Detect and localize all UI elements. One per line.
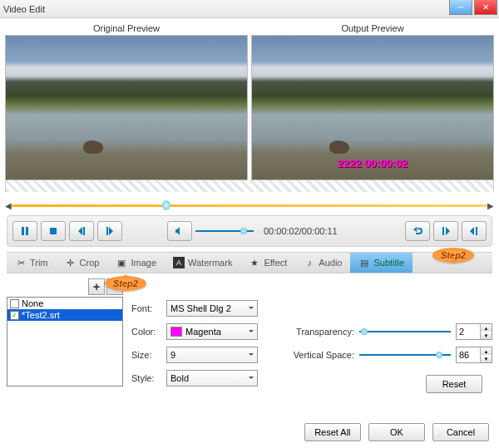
transparency-slider[interactable] bbox=[359, 327, 451, 336]
list-item[interactable]: None bbox=[7, 298, 122, 309]
original-preview-label: Original Preview bbox=[5, 22, 248, 35]
window-title: Video Edit bbox=[3, 4, 45, 14]
volume-slider[interactable] bbox=[195, 228, 254, 234]
svg-rect-1 bbox=[26, 227, 28, 235]
subtitle-list[interactable]: None ✓*Test2.srt bbox=[7, 297, 123, 386]
color-swatch bbox=[170, 327, 182, 337]
checkbox[interactable] bbox=[10, 299, 19, 308]
scissors-icon: ✂ bbox=[15, 257, 27, 268]
transparency-input[interactable]: 2▲▼ bbox=[456, 323, 492, 340]
font-dropdown[interactable]: MS Shell Dlg 2 bbox=[166, 300, 258, 317]
svg-rect-2 bbox=[50, 228, 57, 234]
style-dropdown[interactable]: Bold bbox=[166, 370, 258, 386]
timeline-end-icon: ▶ bbox=[487, 201, 494, 210]
star-icon: ★ bbox=[249, 257, 260, 268]
font-label: Font: bbox=[131, 303, 161, 313]
ok-button[interactable]: OK bbox=[368, 423, 425, 441]
reset-button[interactable]: Reset bbox=[426, 375, 482, 393]
stepper-up-icon[interactable]: ▲ bbox=[481, 324, 492, 332]
tab-watermark[interactable]: AWatermark bbox=[165, 253, 240, 273]
size-label: Size: bbox=[131, 350, 161, 360]
list-item[interactable]: ✓*Test2.srt bbox=[7, 309, 122, 321]
tab-image[interactable]: ▣Image bbox=[107, 253, 165, 273]
title-bar: Video Edit ─ ✕ bbox=[0, 0, 499, 18]
subtitle-overlay: 2222 00:00:02 bbox=[252, 157, 493, 170]
image-icon: ▣ bbox=[116, 257, 127, 268]
close-button[interactable]: ✕ bbox=[474, 0, 497, 15]
tab-trim[interactable]: ✂Trim bbox=[7, 253, 57, 273]
transparency-label: Transparency: bbox=[283, 327, 354, 337]
minimize-button[interactable]: ─ bbox=[449, 0, 472, 15]
tab-audio[interactable]: ♪Audio bbox=[295, 253, 350, 273]
tab-subtitle[interactable]: ▤Subtitle bbox=[350, 253, 413, 273]
playhead[interactable] bbox=[162, 200, 170, 210]
stepper-down-icon[interactable]: ▼ bbox=[481, 332, 492, 339]
tab-bar: ✂Trim ✛Crop ▣Image AWatermark ★Effect ♪A… bbox=[7, 252, 492, 273]
color-dropdown[interactable]: Magenta bbox=[166, 323, 258, 340]
tab-effect[interactable]: ★Effect bbox=[240, 253, 295, 273]
timeline-start-icon: ◀ bbox=[5, 201, 12, 210]
crop-icon: ✛ bbox=[65, 257, 77, 268]
tab-crop[interactable]: ✛Crop bbox=[57, 253, 108, 273]
color-label: Color: bbox=[131, 327, 161, 337]
mark-in-button[interactable] bbox=[433, 221, 458, 241]
stop-button[interactable] bbox=[41, 221, 66, 241]
callout-step2-crop: Step2 bbox=[105, 276, 146, 291]
filmstrip bbox=[5, 180, 494, 192]
checkbox[interactable]: ✓ bbox=[10, 311, 19, 320]
playback-controls: 00:00:02/00:00:11 bbox=[7, 215, 492, 247]
callout-step2-subtitle: Step2 bbox=[432, 248, 474, 263]
subtitle-icon: ▤ bbox=[358, 257, 370, 268]
reset-all-button[interactable]: Reset All bbox=[304, 423, 361, 441]
next-frame-button[interactable] bbox=[97, 221, 122, 241]
output-preview: 2222 00:00:02 bbox=[251, 35, 494, 180]
size-dropdown[interactable]: 9 bbox=[166, 347, 258, 363]
mark-out-button[interactable] bbox=[462, 221, 487, 241]
text-icon: A bbox=[173, 257, 185, 268]
undo-button[interactable] bbox=[405, 221, 430, 241]
vspace-label: Vertical Space: bbox=[283, 350, 354, 360]
cancel-button[interactable]: Cancel bbox=[432, 423, 489, 441]
stepper-down-icon[interactable]: ▼ bbox=[481, 355, 492, 362]
note-icon: ♪ bbox=[304, 257, 315, 268]
output-preview-label: Output Preview bbox=[251, 22, 494, 35]
original-preview[interactable] bbox=[5, 35, 248, 180]
timeline[interactable]: ◀ ▶ bbox=[7, 200, 492, 212]
add-subtitle-button[interactable]: + bbox=[88, 278, 105, 295]
vspace-input[interactable]: 86▲▼ bbox=[456, 347, 492, 363]
prev-frame-button[interactable] bbox=[69, 221, 94, 241]
time-display: 00:00:02/00:00:11 bbox=[264, 226, 338, 236]
style-label: Style: bbox=[131, 373, 161, 383]
svg-rect-0 bbox=[22, 227, 24, 235]
vspace-slider[interactable] bbox=[359, 351, 451, 359]
pause-button[interactable] bbox=[12, 221, 37, 241]
stepper-up-icon[interactable]: ▲ bbox=[481, 347, 492, 355]
volume-button[interactable] bbox=[167, 221, 192, 241]
